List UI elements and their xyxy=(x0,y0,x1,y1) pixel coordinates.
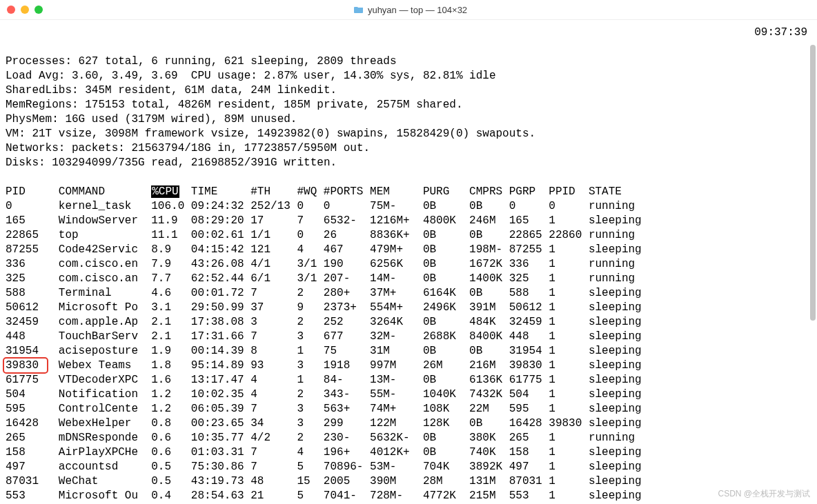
cell-wq: 1 xyxy=(297,373,323,387)
cell-pgrp: 336 xyxy=(509,257,549,272)
cell-cpu: 7.9 xyxy=(151,257,191,272)
cell-wq: 7 xyxy=(297,214,323,228)
cell-pid: 553 xyxy=(6,489,59,503)
cell-pgrp: 50612 xyxy=(509,301,549,315)
cell-purg: 2496K xyxy=(423,301,469,315)
col-state: STATE xyxy=(589,185,648,199)
cell-mem: 53M- xyxy=(370,460,423,474)
cell-pid: 87031 xyxy=(6,474,59,489)
cell-cmprs: 1400K xyxy=(469,272,509,286)
cell-cmprs: 22M xyxy=(469,402,509,416)
cell-wq: 2 xyxy=(297,431,323,445)
cell-th: 7 xyxy=(250,402,297,416)
cell-ports: 563+ xyxy=(324,402,370,416)
table-row: 595ControlCente1.206:05.3973563+74M+108K… xyxy=(6,402,811,416)
cell-time: 17:38.08 xyxy=(191,315,250,330)
cell-purg: 0B xyxy=(423,315,469,330)
cell-purg: 28M xyxy=(423,474,469,489)
cell-ports: 299 xyxy=(324,416,370,431)
cell-state: running xyxy=(589,431,648,445)
cell-purg: 4772K xyxy=(423,489,469,503)
cell-time: 06:05.39 xyxy=(191,402,250,416)
cell-cmprs: 246M xyxy=(469,214,509,228)
cell-pid: 22865 xyxy=(6,228,59,243)
cell-cpu: 1.9 xyxy=(151,344,191,359)
table-row: 16428WebexHelper0.800:23.65343299122M128… xyxy=(6,416,811,431)
cell-ppid: 1 xyxy=(549,301,589,315)
cell-th: 7 xyxy=(250,286,297,301)
cell-cpu: 3.1 xyxy=(151,301,191,315)
summary-vm: VM: 21T vsize, 3098M framework vsize, 14… xyxy=(6,128,535,140)
cell-mem: 13M- xyxy=(370,373,423,387)
col-pgrp: PGRP xyxy=(509,185,549,199)
cell-ppid: 1 xyxy=(549,445,589,460)
zoom-button[interactable] xyxy=(35,6,43,14)
cell-mem: 390M xyxy=(370,474,423,489)
table-row: 87031WeChat0.543:19.7348152005390M28M131… xyxy=(6,474,811,489)
cell-ports: 196+ xyxy=(324,445,370,460)
cell-wq: 3 xyxy=(297,359,323,373)
cell-cpu: 0.8 xyxy=(151,416,191,431)
cell-mem: 3264K xyxy=(370,315,423,330)
cell-wq: 3 xyxy=(297,416,323,431)
titlebar[interactable]: yuhyan — top — 104×32 xyxy=(0,0,817,20)
table-row: 336com.cisco.en7.943:26.084/13/11906256K… xyxy=(6,257,811,272)
cell-pid: 31954 xyxy=(6,344,59,359)
cell-time: 17:31.66 xyxy=(191,330,250,344)
cell-ports: 1918 xyxy=(324,359,370,373)
window-title: yuhyan — top — 104×32 xyxy=(52,5,769,15)
cell-ppid: 1 xyxy=(549,460,589,474)
cell-time: 00:02.61 xyxy=(191,228,250,243)
cell-state: sleeping xyxy=(589,445,648,460)
cell-ppid: 0 xyxy=(549,199,589,214)
minimize-button[interactable] xyxy=(21,6,29,14)
cell-time: 95:14.89 xyxy=(191,359,250,373)
close-button[interactable] xyxy=(7,6,15,14)
col-cmprs: CMPRS xyxy=(469,185,509,199)
table-row: 31954aciseposture1.900:14.39817531M0B0B3… xyxy=(6,344,811,359)
table-row: 325com.cisco.an7.762:52.446/13/1207-14M-… xyxy=(6,272,811,286)
cell-ppid: 1 xyxy=(549,359,589,373)
cell-cmprs: 131M xyxy=(469,474,509,489)
table-row: 165WindowServer11.908:29:201776532-1216M… xyxy=(6,214,811,228)
cell-th: 7 xyxy=(250,330,297,344)
cell-ports: 0 xyxy=(324,199,370,214)
cell-mem: 75M- xyxy=(370,199,423,214)
col-cpu[interactable]: %CPU xyxy=(151,185,191,199)
table-header-row: PIDCOMMAND%CPUTIME#TH#WQ#PORTSMEMPURGCMP… xyxy=(6,185,811,199)
summary-load: Load Avg: 3.60, 3.49, 3.69 CPU usage: 2.… xyxy=(6,70,496,82)
scrollbar[interactable] xyxy=(810,45,816,321)
cell-ppid: 1 xyxy=(549,330,589,344)
cell-pgrp: 325 xyxy=(509,272,549,286)
terminal-output[interactable]: 09:37:39 Processes: 627 total, 6 running… xyxy=(0,20,817,504)
summary-sharedlibs: SharedLibs: 345M resident, 61M data, 24M… xyxy=(6,84,337,97)
cell-cmd: kernel_task xyxy=(59,199,151,214)
cell-mem: 554M+ xyxy=(370,301,423,315)
cell-purg: 0B xyxy=(423,373,469,387)
cell-cmd: mDNSResponde xyxy=(59,431,151,445)
cell-ports: 70896- xyxy=(324,460,370,474)
cell-pgrp: 31954 xyxy=(509,344,549,359)
cell-ports: 6532- xyxy=(324,214,370,228)
cell-cmd: accountsd xyxy=(59,460,151,474)
cell-mem: 4012K+ xyxy=(370,445,423,460)
cell-cmd: com.cisco.en xyxy=(59,257,151,272)
cell-wq: 4 xyxy=(297,243,323,257)
cell-state: running xyxy=(589,257,648,272)
cell-wq: 2 xyxy=(297,315,323,330)
cell-time: 75:30.86 xyxy=(191,460,250,474)
summary-physmem: PhysMem: 16G used (3179M wired), 89M unu… xyxy=(6,113,297,125)
cell-purg: 0B xyxy=(423,228,469,243)
cell-cpu: 0.6 xyxy=(151,431,191,445)
cell-time: 62:52.44 xyxy=(191,272,250,286)
cell-cpu: 0.5 xyxy=(151,460,191,474)
cell-mem: 997M xyxy=(370,359,423,373)
cell-pgrp: 87255 xyxy=(509,243,549,257)
cell-mem: 6256K xyxy=(370,257,423,272)
cell-th: 17 xyxy=(250,214,297,228)
cell-state: sleeping xyxy=(589,286,648,301)
cell-cmprs: 7432K xyxy=(469,387,509,402)
cell-purg: 2688K xyxy=(423,330,469,344)
cell-cmprs: 216M xyxy=(469,359,509,373)
table-row: 22865top11.100:02.611/10268836K+0B0B2286… xyxy=(6,228,811,243)
